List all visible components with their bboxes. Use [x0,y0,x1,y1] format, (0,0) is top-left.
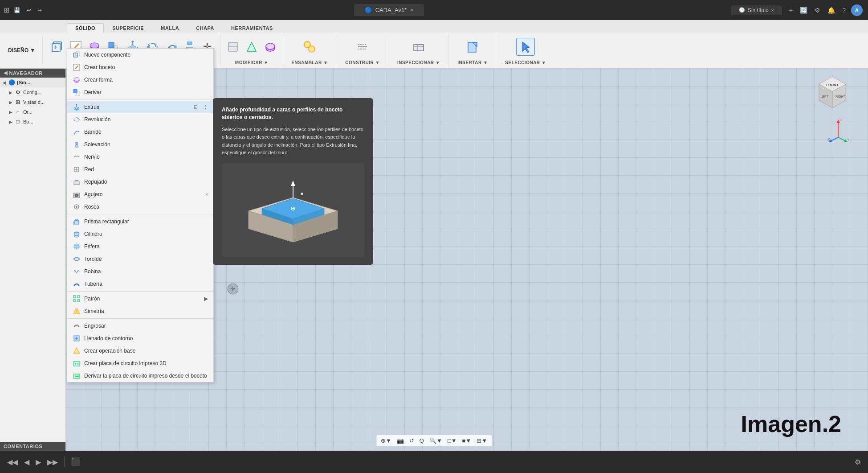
bb-prev[interactable]: ◀ [22,456,31,468]
con-btn1[interactable] [354,38,371,55]
menu-esfera[interactable]: Esfera [67,240,213,253]
bb-prev-prev[interactable]: ◀◀ [5,456,20,468]
menu-crear-boceto[interactable]: Crear boceto [67,61,213,74]
pan-icon[interactable]: ✛ [226,282,240,297]
vc-view1-btn[interactable]: □▼ [446,436,459,445]
menu-tuberia[interactable]: Tubería [67,278,213,290]
vc-view2-btn[interactable]: ■▼ [460,436,473,445]
insp-icon1 [412,40,426,54]
ensamblar-icons [301,35,318,58]
extruir-pin[interactable]: ⋮ [203,104,208,110]
menu-bobina[interactable]: Bobina [67,265,213,278]
menu-prisma[interactable]: Prisma rectangular [67,215,213,228]
sidebar-item-or[interactable]: ▶ ○ Or... [0,107,65,117]
sidebar-item-vistas[interactable]: ▶ ⊞ Vistas d... [0,97,65,107]
menu-simetria[interactable]: Simetría [67,305,213,317]
tab-chapa[interactable]: CHAPA [187,23,223,33]
vc-rotate-btn[interactable]: ↺ [408,436,416,445]
tab-superficie[interactable]: SUPERFICIE [104,23,152,33]
construir-label[interactable]: CONSTRUIR ▼ [340,59,385,66]
menu-nervio[interactable]: Nervio [67,151,213,163]
vc-camera-btn[interactable]: 📷 [395,436,406,445]
sidebar-item-config[interactable]: ▶ ⚙ Config... [0,87,65,97]
menu-nuevo-componente[interactable]: + Nuevo componente [67,49,213,61]
sidebar-collapse-icon[interactable]: ◀ [4,70,8,76]
close-tab-btn[interactable]: × [410,7,413,13]
settings-icon[interactable]: ⚙ [813,6,822,15]
sidebar-item-bo[interactable]: ▶ □ Bo... [0,117,65,127]
menu-barrido[interactable]: Barrido [67,126,213,138]
bb-next[interactable]: ▶▶ [45,456,60,468]
menu-derivar[interactable]: Derivar [67,86,213,99]
svg-rect-88 [74,221,79,224]
menu-toroide[interactable]: Toroide [67,253,213,265]
menu-repujado[interactable]: Repujado [67,176,213,188]
seleccionar-label[interactable]: SELECCIONAR ▼ [500,59,551,66]
menu-cilindro[interactable]: Cilindro [67,228,213,240]
vc-add-btn[interactable]: ⊕▼ [379,436,393,445]
vc-q-btn[interactable]: Q [418,436,426,445]
redo-btn[interactable]: ↪ [36,6,44,14]
modificar-label[interactable]: MODIFICAR ▼ [230,59,274,66]
mod-btn2[interactable] [243,38,261,55]
con-icon1 [355,40,370,54]
avatar[interactable]: A [851,4,863,16]
svg-rect-10 [109,42,114,48]
insertar-label[interactable]: INSERTAR ▼ [452,59,493,66]
svg-text:Y: Y [848,137,849,142]
sel-btn1[interactable] [516,38,535,56]
menu-crear-placa[interactable]: Crear placa de circuito impreso 3D [67,357,213,370]
menu-revolucion[interactable]: Revolución [67,113,213,126]
ins-btn1[interactable] [464,38,481,55]
insp-btn1[interactable] [410,38,428,55]
notification-icon[interactable]: 🔔 [826,6,837,15]
sidebar-item-root[interactable]: ◀ 🔵 [Sin... [0,78,65,87]
menu-llenado[interactable]: Llenado de contorno [67,332,213,345]
menu-engrosar[interactable]: Engrosar [67,320,213,332]
vc-zoom-btn[interactable]: 🔍▼ [428,436,444,445]
update-icon[interactable]: 🔄 [798,6,809,15]
save-btn[interactable]: 💾 [12,6,22,14]
mod-icon2 [245,40,259,54]
inspeccionar-label[interactable]: INSPECCIONAR ▼ [392,59,445,66]
unnamed-tab-label: Sin título [748,7,769,13]
tab-solido[interactable]: SÓLIDO [67,23,104,33]
new-component-btn[interactable]: + [48,38,66,55]
menu-rosca[interactable]: Rosca [67,201,213,213]
help-icon[interactable]: ? [840,6,848,15]
menu-extruir[interactable]: Extruir E ⋮ [67,101,213,113]
or-icon: ○ [14,108,21,115]
unnamed-tab[interactable]: 🕐 Sin título × [731,5,782,15]
menu-extruir-label: Extruir [84,104,100,110]
mod-btn3[interactable] [261,38,279,55]
add-tab-btn[interactable]: + [787,6,795,15]
menu-red[interactable]: Red [67,163,213,176]
insertar-icons [464,35,481,58]
bb-record[interactable]: ⬛ [69,455,82,469]
menu-derivar-placa[interactable]: Derivar la placa de circuito impreso des… [67,370,213,382]
vc-grid-btn[interactable]: ⊞▼ [475,436,489,445]
mod-btn1[interactable] [224,38,242,55]
menu-crear-op-base-label: Crear operación base [84,348,135,354]
grid-icon[interactable]: ⊞ [4,6,9,14]
tab-herramientas[interactable]: HERRAMIENTAS [223,23,281,33]
viewport-controls[interactable]: ⊕▼ 📷 ↺ Q 🔍▼ □▼ ■▼ ⊞▼ [376,435,492,446]
agujero-close[interactable]: × [205,192,208,197]
svg-rect-83 [74,181,79,185]
svg-rect-35 [414,45,424,51]
unnamed-close[interactable]: × [771,8,774,13]
tab-malla[interactable]: MALLA [152,23,187,33]
ens-btn1[interactable] [301,38,318,55]
undo-btn[interactable]: ↩ [25,6,33,14]
menu-patron[interactable]: Patrón ▶ [67,292,213,305]
ensamblar-label[interactable]: ENSAMBLAR ▼ [286,59,333,66]
bb-settings[interactable]: ⚙ [853,456,863,468]
design-dropdown[interactable]: DISEÑO ▼ [4,37,40,64]
menu-crear-op-base[interactable]: Crear operación base [67,345,213,357]
menu-agujero[interactable]: Agujero × [67,188,213,201]
view-cube-area[interactable]: FRONT LEFT RIGHT [815,74,850,116]
file-tab[interactable]: 🔵 CARA_Av1* × [354,4,424,16]
menu-crear-forma[interactable]: Crear forma [67,74,213,86]
bb-play[interactable]: ▶ [34,456,43,468]
menu-solevacion[interactable]: Solevación [67,138,213,151]
